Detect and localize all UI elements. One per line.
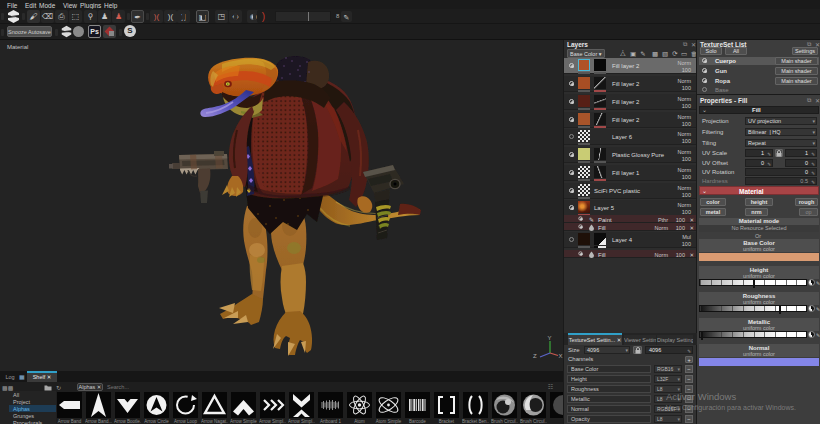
svg-text:Z: Z [533, 353, 537, 359]
svg-text:Y: Y [548, 335, 552, 341]
svg-text:X: X [559, 353, 563, 359]
